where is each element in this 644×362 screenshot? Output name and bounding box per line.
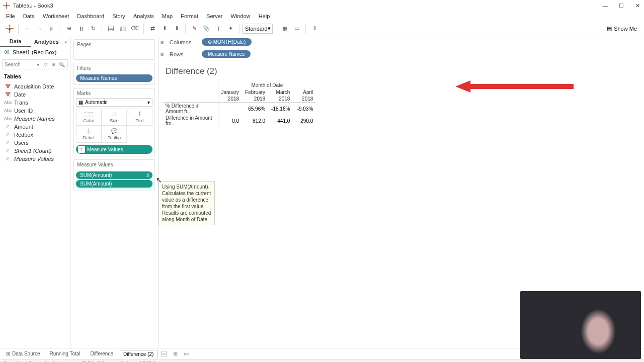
cell[interactable]: 0.0	[218, 115, 242, 127]
redo-icon[interactable]: →	[34, 23, 45, 34]
rows-shelf[interactable]: ≡ Rows Measure Names	[158, 48, 644, 60]
tab-analytics[interactable]: Analytics	[31, 36, 62, 47]
webcam-overlay	[520, 291, 641, 359]
field-measure-values[interactable]: #Measure Values	[0, 155, 70, 163]
collapse-panel-icon[interactable]: ‹	[62, 36, 70, 47]
field-sheet1-count[interactable]: #Sheet1 (Count)	[0, 147, 70, 155]
menu-window[interactable]: Window	[227, 13, 255, 19]
duplicate-icon[interactable]: ⿴	[117, 23, 128, 34]
menu-map[interactable]: Map	[158, 13, 177, 19]
marks-detail[interactable]: ┼Detail	[76, 126, 102, 143]
col-year-1[interactable]: 2018	[242, 96, 268, 103]
labels-icon[interactable]: T	[213, 23, 224, 34]
refresh-icon[interactable]: ↻	[88, 23, 99, 34]
new-story-tab-icon[interactable]: ▭	[181, 349, 191, 358]
presentation-icon[interactable]: ▭	[291, 23, 302, 34]
row-header-1[interactable]: Difference in Amount fro..	[163, 115, 218, 127]
menu-server[interactable]: Server	[202, 13, 226, 19]
row-header-0[interactable]: % Difference in Amount fr..	[163, 103, 218, 115]
field-amount[interactable]: #Amount	[0, 123, 70, 131]
show-cards-icon[interactable]: ▦	[279, 23, 290, 34]
marks-color[interactable]: ⬚⬚Color	[76, 109, 102, 126]
new-worksheet-icon[interactable]: ⿳	[105, 23, 116, 34]
columns-shelf[interactable]: ≡ Columns ⊕ MONTH(Date)	[158, 36, 644, 48]
col-month-2[interactable]: March	[268, 89, 293, 96]
pause-updates-icon[interactable]: ⏸	[75, 23, 87, 34]
close-button[interactable]: ✕	[634, 2, 641, 9]
field-user-id[interactable]: AbcUser ID	[0, 107, 70, 115]
minimize-button[interactable]: —	[602, 2, 609, 9]
new-datasource-icon[interactable]: ⊕	[63, 23, 74, 34]
cell[interactable]: -9.03%	[293, 103, 316, 115]
menu-analysis[interactable]: Analysis	[129, 13, 158, 19]
field-date[interactable]: 📅Date	[0, 90, 70, 99]
view-list-icon[interactable]: ≡	[50, 61, 57, 68]
tab-data[interactable]: Data	[0, 36, 31, 47]
sort-desc-icon[interactable]: ⬇	[171, 23, 182, 34]
col-year-2[interactable]: 2018	[268, 96, 293, 103]
field-trans[interactable]: AbcTrans	[0, 99, 70, 107]
cell[interactable]: -18.16%	[268, 103, 293, 115]
field-measure-names[interactable]: AbcMeasure Names	[0, 115, 70, 123]
menu-worksheet[interactable]: Worksheet	[39, 13, 73, 19]
cell[interactable]: 65.96%	[242, 103, 268, 115]
undo-icon[interactable]: ←	[22, 23, 33, 34]
maximize-button[interactable]: ☐	[618, 2, 625, 9]
menu-dashboard[interactable]: Dashboard	[73, 13, 108, 19]
sheet-tab-difference-2[interactable]: Difference (2)	[119, 350, 158, 358]
menu-data[interactable]: Data	[19, 13, 39, 19]
marks-text-pill[interactable]: T Measure Values	[76, 145, 152, 154]
filter-icon[interactable]: ▽	[42, 61, 49, 68]
filters-shelf[interactable]: Filters Measure Names	[73, 63, 155, 85]
menu-help[interactable]: Help	[255, 13, 274, 19]
datasource-row[interactable]: ⦿ Sheet1 (Red Box)	[0, 47, 70, 57]
col-month-1[interactable]: February	[242, 89, 268, 96]
col-year-0[interactable]: 2018	[218, 96, 242, 103]
pages-shelf[interactable]: Pages	[73, 39, 155, 60]
format-icon[interactable]: ✦	[225, 23, 236, 34]
cell[interactable]	[218, 103, 242, 115]
marks-type-dropdown[interactable]: ▦Automatic ▾	[76, 98, 152, 107]
datasource-icon: ⦿	[4, 49, 10, 55]
tableau-start-icon[interactable]	[4, 23, 15, 34]
col-month-3[interactable]: April	[293, 89, 316, 96]
field-redbox[interactable]: #Redbox	[0, 131, 70, 139]
sheet-title[interactable]: Difference (2)	[166, 66, 640, 76]
field-users[interactable]: #Users	[0, 139, 70, 147]
swap-icon[interactable]: ⇄	[147, 23, 158, 34]
show-me-button[interactable]: ▤ Show Me	[604, 25, 640, 32]
cell[interactable]: 290.0	[293, 115, 316, 127]
clear-icon[interactable]: ⌫	[129, 23, 140, 34]
field-acquisition-date[interactable]: 📅Acquisition Date	[0, 82, 70, 90]
search-dropdown-icon[interactable]: ▾	[34, 61, 41, 68]
save-icon[interactable]: ⎘	[46, 23, 57, 34]
col-year-3[interactable]: 2018	[293, 96, 316, 103]
new-worksheet-tab-icon[interactable]: ⿳	[159, 349, 169, 358]
marks-tooltip[interactable]: 💬Tooltip	[102, 126, 127, 143]
menu-story[interactable]: Story	[108, 13, 129, 19]
sheet-tab-difference[interactable]: Difference	[86, 349, 118, 358]
cell[interactable]: 812.0	[242, 115, 268, 127]
filter-pill-measure-names[interactable]: Measure Names	[76, 74, 152, 82]
sheet-tab-running-total[interactable]: Running Total	[45, 349, 85, 358]
mv-pill-sum-amount-1[interactable]: SUM(Amount) Δ	[76, 171, 152, 179]
datasource-tab[interactable]: ⊞ Data Source	[2, 351, 44, 356]
group-icon[interactable]: 📎	[201, 23, 212, 34]
marks-size[interactable]: ◻Size	[102, 109, 127, 126]
highlight-icon[interactable]: ✎	[189, 23, 200, 34]
search-input[interactable]	[5, 62, 33, 67]
fit-dropdown[interactable]: Standard ▾	[243, 24, 273, 34]
rows-pill-measure-names[interactable]: Measure Names	[202, 50, 251, 58]
menu-format[interactable]: Format	[177, 13, 202, 19]
share-icon[interactable]: ⇪	[309, 23, 320, 34]
marks-text[interactable]: TText	[127, 109, 152, 126]
col-month-0[interactable]: January	[218, 89, 242, 96]
mv-pill-sum-amount-2[interactable]: SUM(Amount)	[76, 180, 152, 188]
menu-file[interactable]: File	[2, 13, 19, 19]
columns-pill-month-date[interactable]: ⊕ MONTH(Date)	[202, 38, 252, 46]
cell[interactable]: 441.0	[268, 115, 293, 127]
measure-values-shelf[interactable]: Measure Values SUM(Amount) Δ SUM(Amount)	[73, 159, 155, 191]
sort-asc-icon[interactable]: ⬆	[159, 23, 170, 34]
new-dashboard-tab-icon[interactable]: ⊞	[170, 349, 180, 358]
find-icon[interactable]: 🔍	[58, 61, 65, 68]
